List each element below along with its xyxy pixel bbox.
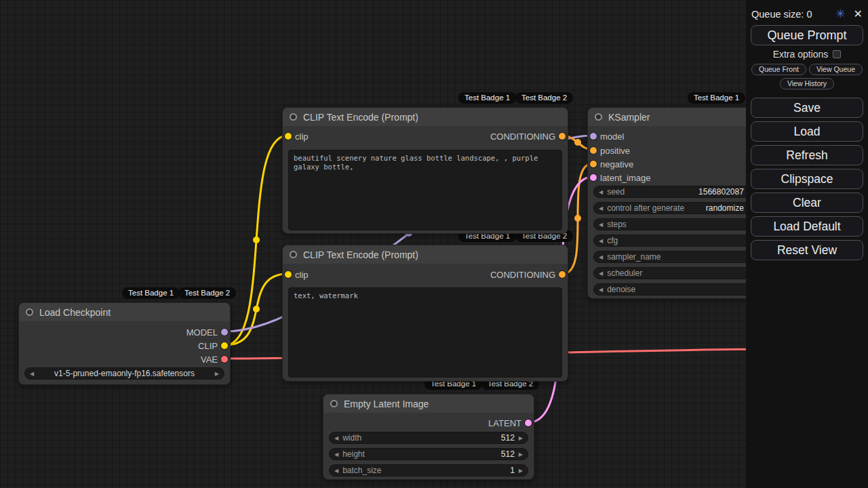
node-collapse-dot[interactable] <box>26 308 33 316</box>
queue-front-button[interactable]: Queue Front <box>751 64 806 75</box>
slot-label: MODEL <box>186 327 218 338</box>
slot-label: clip <box>295 131 309 142</box>
model-output-dot[interactable] <box>221 329 228 336</box>
input-slot-model: model <box>588 129 763 143</box>
increment-arrow-icon[interactable]: ▶ <box>519 468 523 474</box>
load-default-button[interactable]: Load Default <box>751 216 863 237</box>
node-ksampler[interactable]: KSampler model positive negative latent_… <box>587 107 764 299</box>
next-arrow-icon[interactable]: ▶ <box>215 371 219 377</box>
slot-label: CLIP <box>198 341 218 351</box>
node-title: KSampler <box>608 112 650 123</box>
node-collapse-dot[interactable] <box>330 400 338 407</box>
node-clip-text-encode-negative[interactable]: CLIP Text Encode (Prompt) clip CONDITION… <box>282 245 568 382</box>
clear-button[interactable]: Clear <box>751 192 863 213</box>
node-badge: Test Badge 1 <box>688 92 745 104</box>
batch-size-widget[interactable]: ◀ batch_size 1 ▶ <box>329 464 528 476</box>
clipspace-button[interactable]: Clipspace <box>751 169 863 189</box>
seed-widget[interactable]: ◀ seed 1566802087 ▶ <box>593 186 757 198</box>
latent-input-dot[interactable] <box>590 174 597 181</box>
node-collapse-dot[interactable] <box>290 113 297 121</box>
widget-label: sampler_name <box>607 252 660 262</box>
cfg-widget[interactable]: ◀ cfg ▶ <box>593 235 757 247</box>
close-icon[interactable]: ✕ <box>854 7 863 20</box>
link-midpoint-dot <box>253 306 260 312</box>
clip-output-dot[interactable] <box>221 342 228 349</box>
widget-value: 512 <box>501 449 515 459</box>
clip-input-dot[interactable] <box>285 133 292 140</box>
extra-options-row: Extra options <box>750 49 864 60</box>
save-button[interactable]: Save <box>751 98 863 118</box>
reset-view-button[interactable]: Reset View <box>751 240 863 260</box>
slot-label: CONDITIONING <box>490 131 555 142</box>
refresh-button[interactable]: Refresh <box>751 145 863 165</box>
ckpt-name-widget[interactable]: ◀ v1-5-pruned-emaonly-fp16.safetensors ▶ <box>24 367 224 380</box>
node-title-bar[interactable]: CLIP Text Encode (Prompt) <box>283 108 568 126</box>
decrement-arrow-icon[interactable]: ◀ <box>599 270 603 277</box>
conditioning-output-dot[interactable] <box>559 271 566 278</box>
extra-options-checkbox[interactable] <box>833 50 841 58</box>
model-input-dot[interactable] <box>590 133 597 140</box>
node-clip-text-encode-positive[interactable]: CLIP Text Encode (Prompt) clip CONDITION… <box>282 107 568 234</box>
denoise-widget[interactable]: ◀ denoise ▶ <box>593 283 757 296</box>
link-midpoint-dot <box>253 237 260 243</box>
load-button[interactable]: Load <box>751 121 863 142</box>
output-slot-clip: CLIP <box>19 339 230 352</box>
vae-output-dot[interactable] <box>221 356 228 363</box>
view-queue-button[interactable]: View Queue <box>809 64 863 75</box>
node-title-bar[interactable]: Load Checkpoint <box>19 303 230 321</box>
decrement-arrow-icon[interactable]: ◀ <box>599 238 603 244</box>
decrement-arrow-icon[interactable]: ◀ <box>599 205 603 211</box>
negative-prompt-textarea[interactable]: text, watermark <box>288 287 562 378</box>
node-collapse-dot[interactable] <box>595 113 602 121</box>
queue-prompt-button[interactable]: Queue Prompt <box>751 25 863 45</box>
widget-label: control after generate <box>607 203 684 213</box>
sampler-name-widget[interactable]: ◀ sampler_name ▶ <box>593 251 757 263</box>
node-badge: Test Badge 2 <box>178 287 236 299</box>
positive-prompt-textarea[interactable]: beautiful scenery nature glass bottle la… <box>288 150 562 230</box>
node-collapse-dot[interactable] <box>290 251 297 258</box>
slot-label: positive <box>600 146 630 156</box>
decrement-arrow-icon[interactable]: ◀ <box>334 435 338 441</box>
node-title-bar[interactable]: CLIP Text Encode (Prompt) <box>283 245 568 264</box>
height-widget[interactable]: ◀ height 512 ▶ <box>329 448 528 460</box>
node-title-bar[interactable]: Empty Latent Image <box>323 394 534 413</box>
prev-arrow-icon[interactable]: ◀ <box>30 371 34 377</box>
node-load-checkpoint[interactable]: Load Checkpoint MODEL CLIP VAE ◀ v1-5-pr… <box>18 302 231 385</box>
decrement-arrow-icon[interactable]: ◀ <box>599 189 603 195</box>
conditioning-output-dot[interactable] <box>559 133 566 140</box>
node-badge: Test Badge 1 <box>458 92 516 104</box>
steps-widget[interactable]: ◀ steps ▶ <box>593 218 757 230</box>
latent-output-dot[interactable] <box>525 420 532 426</box>
output-slot-model: MODEL <box>19 325 230 339</box>
input-slot-negative: negative <box>588 157 763 171</box>
increment-arrow-icon[interactable]: ▶ <box>519 435 523 441</box>
queue-actions-row: Queue Front View Queue <box>750 64 864 75</box>
node-badge: Test Badge 2 <box>515 92 573 104</box>
widget-value: 512 <box>501 433 515 443</box>
decrement-arrow-icon[interactable]: ◀ <box>334 451 338 458</box>
increment-arrow-icon[interactable]: ▶ <box>519 451 523 458</box>
negative-input-dot[interactable] <box>590 161 597 167</box>
positive-input-dot[interactable] <box>590 147 597 154</box>
decrement-arrow-icon[interactable]: ◀ <box>599 287 603 293</box>
comfy-menu-panel: Queue size: 0 ✳ ✕ Queue Prompt Extra opt… <box>746 0 868 488</box>
decrement-arrow-icon[interactable]: ◀ <box>599 254 603 260</box>
slot-label: LATENT <box>488 418 521 428</box>
control-after-generate-widget[interactable]: ◀ control after generate randomize ▶ <box>593 202 757 214</box>
scheduler-widget[interactable]: ◀ scheduler ▶ <box>593 267 757 279</box>
width-widget[interactable]: ◀ width 512 ▶ <box>329 432 528 444</box>
view-history-button[interactable]: View History <box>780 78 834 89</box>
node-title-bar[interactable]: KSampler <box>588 108 763 126</box>
node-title: CLIP Text Encode (Prompt) <box>303 112 418 123</box>
slot-label: clip <box>295 270 309 280</box>
widget-label: steps <box>607 220 627 229</box>
settings-icon[interactable]: ✳ <box>835 7 845 21</box>
node-empty-latent-image[interactable]: Empty Latent Image LATENT ◀ width 512 ▶ … <box>323 394 534 480</box>
decrement-arrow-icon[interactable]: ◀ <box>334 468 338 474</box>
input-slot-positive: positive <box>588 144 763 157</box>
widget-value: 1566802087 <box>698 187 744 197</box>
slot-label: VAE <box>201 354 218 365</box>
widget-label: batch_size <box>342 466 381 475</box>
clip-input-dot[interactable] <box>285 271 292 278</box>
decrement-arrow-icon[interactable]: ◀ <box>599 222 603 228</box>
